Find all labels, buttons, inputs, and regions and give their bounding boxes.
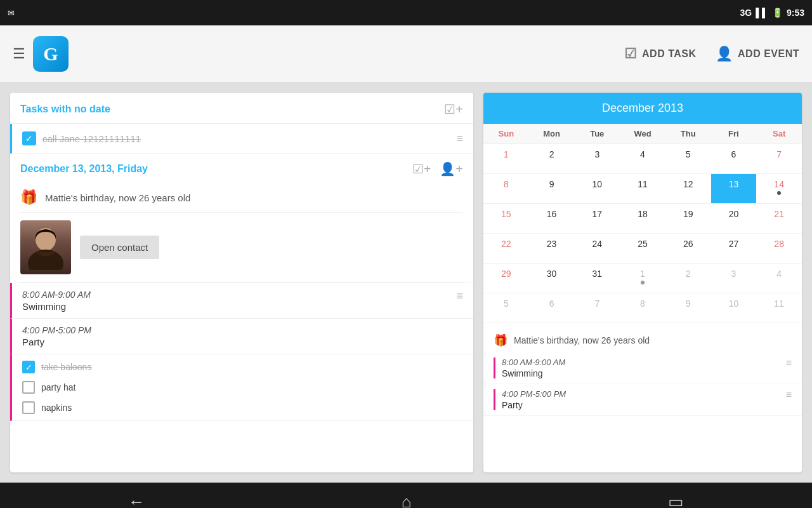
cal-day-number: 24 <box>592 239 602 249</box>
calendar-header: December 2013 <box>483 93 802 124</box>
cal-day-number: 3 <box>731 269 737 279</box>
cal-day-number: 8 <box>504 179 509 189</box>
cal-cell-3-5[interactable]: 27 <box>711 234 757 263</box>
cal-cell-4-4[interactable]: 2 <box>665 264 711 293</box>
cal-cell-4-2[interactable]: 31 <box>574 264 620 293</box>
calendar-month-year: December 2013 <box>602 102 683 114</box>
cal-cell-1-1[interactable]: 9 <box>529 174 575 203</box>
subtask-napkins[interactable]: napkins <box>22 398 463 418</box>
cal-day-number: 2 <box>686 269 691 279</box>
task-checkbox[interactable]: ✓ <box>22 131 36 145</box>
cal-cell-2-1[interactable]: 16 <box>529 204 575 233</box>
battery-icon: 🔋 <box>772 8 783 18</box>
open-contact-button[interactable]: Open contact <box>80 236 159 259</box>
cal-cell-2-3[interactable]: 18 <box>620 204 665 233</box>
date-title: December 13, 2013, Friday <box>20 163 148 175</box>
cal-cell-1-4[interactable]: 12 <box>665 174 711 203</box>
cal-party-event[interactable]: 4:00 PM-5:00 PM Party ≡ <box>483 384 802 416</box>
cal-cell-3-3[interactable]: 25 <box>620 234 665 263</box>
party-time: 4:00 PM-5:00 PM <box>22 325 91 335</box>
back-button[interactable]: ← <box>128 492 145 509</box>
subtask-baloons-text: take baloons <box>41 362 91 372</box>
cal-cell-5-6[interactable]: 11 <box>756 293 802 323</box>
add-event-button[interactable]: 👤 ADD EVENT <box>716 46 799 62</box>
subtask-partyhat[interactable]: party hat <box>22 377 463 398</box>
cal-cell-1-2[interactable]: 10 <box>574 174 620 203</box>
cal-cell-3-4[interactable]: 26 <box>665 234 711 263</box>
swimming-name: Swimming <box>22 301 91 312</box>
app-letter: G <box>43 43 58 65</box>
cal-cell-2-5[interactable]: 20 <box>711 204 757 233</box>
cal-cell-2-0[interactable]: 15 <box>483 204 529 233</box>
signal-text: 3G <box>740 8 752 18</box>
cal-cell-0-4[interactable]: 5 <box>665 144 711 173</box>
cal-cell-2-2[interactable]: 17 <box>574 204 620 233</box>
bottom-nav-bar: ← ⌂ ▭ <box>0 483 812 508</box>
home-button[interactable]: ⌂ <box>402 492 412 509</box>
cal-cell-0-0[interactable]: 1 <box>483 144 529 173</box>
cal-swimming-event[interactable]: 8:00 AM-9:00 AM Swimming ≡ <box>483 352 802 384</box>
cal-day-label-sun: Sun <box>483 124 529 144</box>
party-event[interactable]: 4:00 PM-5:00 PM Party <box>10 319 473 354</box>
cal-cell-0-1[interactable]: 2 <box>529 144 575 173</box>
cal-day-number: 4 <box>640 149 645 159</box>
cal-cell-4-1[interactable]: 30 <box>529 264 575 293</box>
cal-day-number: 6 <box>549 298 554 309</box>
cal-cell-4-3[interactable]: 1 <box>620 264 665 293</box>
add-task-icon: ☑ <box>624 46 638 62</box>
cal-cell-5-1[interactable]: 6 <box>529 293 575 323</box>
cal-cell-4-5[interactable]: 3 <box>711 264 757 293</box>
cal-cell-3-2[interactable]: 24 <box>574 234 620 263</box>
cal-cell-5-5[interactable]: 10 <box>711 293 757 323</box>
cal-cell-5-2[interactable]: 7 <box>574 293 620 323</box>
cal-cell-5-3[interactable]: 8 <box>620 293 665 323</box>
cal-swimming-drag: ≡ <box>786 358 792 369</box>
cal-cell-0-3[interactable]: 4 <box>620 144 665 173</box>
cal-cell-1-3[interactable]: 11 <box>620 174 665 203</box>
cal-cell-0-6[interactable]: 7 <box>756 144 802 173</box>
cal-cell-5-0[interactable]: 5 <box>483 293 529 323</box>
cal-cell-2-6[interactable]: 21 <box>756 204 802 233</box>
add-task-date-icon[interactable]: ☑+ <box>412 161 431 177</box>
add-task-small-icon[interactable]: ☑+ <box>444 102 463 117</box>
cal-cell-4-6[interactable]: 4 <box>756 264 802 293</box>
cal-cell-1-5[interactable]: 13 <box>711 174 757 203</box>
cal-cell-3-1[interactable]: 23 <box>529 234 575 263</box>
calendar-grid: SunMonTueWedThuFriSat1234567891011121314… <box>483 124 802 323</box>
subtask-partyhat-checkbox[interactable] <box>22 381 35 394</box>
cal-cell-3-6[interactable]: 28 <box>756 234 802 263</box>
cal-cell-4-0[interactable]: 29 <box>483 264 529 293</box>
cal-day-number: 11 <box>774 298 784 309</box>
recents-button[interactable]: ▭ <box>668 492 684 509</box>
cal-day-label-thu: Thu <box>665 124 711 144</box>
subtask-napkins-checkbox[interactable] <box>22 401 35 414</box>
subtasks-section: ✓ take baloons party hat napkins <box>10 354 473 421</box>
cal-cell-1-0[interactable]: 8 <box>483 174 529 203</box>
menu-icon[interactable]: ☰ <box>13 46 25 62</box>
cal-day-number: 26 <box>683 239 693 249</box>
cal-cell-0-5[interactable]: 6 <box>711 144 757 173</box>
cal-cell-5-4[interactable]: 9 <box>665 293 711 323</box>
cal-dot <box>641 281 645 284</box>
cal-day-number: 11 <box>638 179 648 189</box>
subtask-baloons-checkbox[interactable]: ✓ <box>22 361 35 373</box>
cal-cell-3-0[interactable]: 22 <box>483 234 529 263</box>
add-event-date-icon[interactable]: 👤+ <box>440 161 463 177</box>
subtask-baloons[interactable]: ✓ take baloons <box>22 357 463 377</box>
cal-day-number: 27 <box>729 239 739 249</box>
cal-day-number: 8 <box>640 298 645 309</box>
cal-party-drag: ≡ <box>786 389 792 401</box>
cal-day-number: 30 <box>547 269 557 279</box>
cal-gift-icon: 🎁 <box>494 333 508 347</box>
cal-cell-2-4[interactable]: 19 <box>665 204 711 233</box>
cal-day-number: 6 <box>731 149 737 159</box>
cal-cell-1-6[interactable]: 14 <box>756 174 802 203</box>
cal-birthday-event: 🎁 Mattie's birthday, now 26 years old <box>483 328 802 352</box>
add-event-label: ADD EVENT <box>738 48 799 60</box>
task-item[interactable]: ✓ call Jane 12121111111 ≡ <box>10 124 473 154</box>
swimming-drag-icon: ≡ <box>456 290 463 303</box>
cal-cell-0-2[interactable]: 3 <box>574 144 620 173</box>
cal-day-number: 9 <box>686 298 691 309</box>
add-task-button[interactable]: ☑ ADD TASK <box>624 46 697 62</box>
swimming-event[interactable]: 8:00 AM-9:00 AM Swimming ≡ <box>10 283 473 319</box>
